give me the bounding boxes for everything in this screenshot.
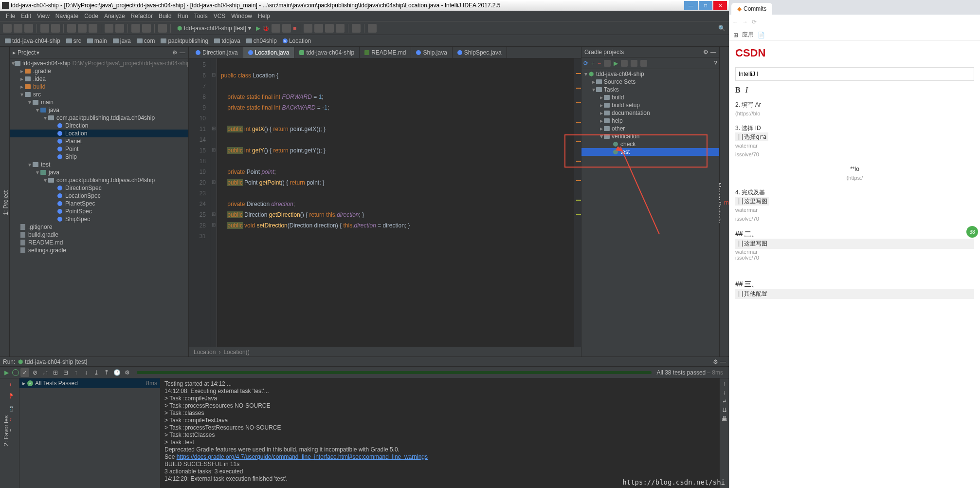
open-icon[interactable] bbox=[3, 24, 12, 33]
menu-help[interactable]: Help bbox=[255, 13, 273, 19]
tree-root[interactable]: tdd-java-ch04-ship bbox=[22, 60, 71, 67]
sort-icon[interactable]: ↓↑ bbox=[41, 368, 50, 377]
crumb-class[interactable]: Location bbox=[194, 349, 216, 356]
tree-class-ship[interactable]: Ship bbox=[65, 153, 77, 160]
apps-icon[interactable]: ⊞ bbox=[733, 32, 738, 38]
tree-gradle-dir[interactable]: .gradle bbox=[33, 68, 51, 75]
save-icon[interactable] bbox=[14, 24, 22, 33]
toggle-auto-icon[interactable] bbox=[12, 369, 19, 376]
bc-main[interactable]: main bbox=[85, 38, 109, 44]
menu-run[interactable]: Run bbox=[175, 13, 191, 19]
gradle-group-other[interactable]: other bbox=[612, 125, 625, 132]
menu-build[interactable]: Build bbox=[156, 13, 175, 19]
code-content[interactable]: public class Location { private static f… bbox=[217, 58, 574, 347]
bc-ch04[interactable]: ch04ship bbox=[244, 38, 279, 44]
tree-test-package[interactable]: com.packtpublishing.tddjava.ch04ship bbox=[56, 177, 155, 184]
history-icon[interactable]: 🕐 bbox=[112, 368, 121, 377]
gradle-group-build[interactable]: build bbox=[612, 94, 624, 101]
gradle-group-verification[interactable]: verification bbox=[612, 133, 639, 140]
browser-tab[interactable]: ◆Commits bbox=[731, 3, 772, 15]
tree-class-point[interactable]: Point bbox=[65, 146, 78, 152]
tree-class-planet[interactable]: Planet bbox=[65, 138, 82, 145]
close-button[interactable]: ✕ bbox=[713, 1, 727, 10]
debug-button[interactable]: 🐞 bbox=[262, 25, 270, 32]
expand-icon[interactable] bbox=[621, 60, 628, 67]
hide-icon[interactable]: — bbox=[710, 49, 716, 56]
undo-icon[interactable] bbox=[40, 24, 49, 33]
test-tree[interactable]: ▸ ✓ All Tests Passed 8ms bbox=[19, 378, 161, 488]
maximize-button[interactable]: □ bbox=[699, 1, 712, 10]
bc-java[interactable]: java bbox=[111, 38, 133, 44]
tree-class-direction[interactable]: Direction bbox=[65, 122, 88, 129]
bc-tddjava[interactable]: tddjava bbox=[212, 38, 242, 44]
bc-packt[interactable]: packtpublishing bbox=[159, 38, 210, 44]
test-tree-root[interactable]: ▸ ✓ All Tests Passed 8ms bbox=[19, 378, 160, 388]
export-icon[interactable]: ⤓ bbox=[92, 368, 101, 377]
prev-icon[interactable]: ↑ bbox=[72, 368, 80, 377]
sync-icon[interactable] bbox=[24, 24, 33, 33]
expand-all-icon[interactable]: ⊞ bbox=[51, 368, 60, 377]
up-icon[interactable]: ↑ bbox=[723, 380, 726, 387]
apps-label[interactable]: 应用 bbox=[742, 31, 754, 39]
settings-icon[interactable]: ⚙ bbox=[123, 368, 131, 377]
profile-icon[interactable] bbox=[282, 24, 291, 33]
project-dropdown-icon[interactable]: ▸ bbox=[13, 49, 16, 56]
run-button[interactable]: ▶ bbox=[256, 25, 260, 32]
tree-spec[interactable]: PointSpec bbox=[65, 208, 92, 215]
show-passed-icon[interactable]: ✓ bbox=[20, 368, 29, 377]
gradle-group-help[interactable]: help bbox=[612, 117, 623, 124]
favorites-tool-button[interactable]: 2: Favorites bbox=[3, 415, 10, 446]
show-ignored-icon[interactable]: ⊘ bbox=[31, 368, 39, 377]
settings-icon[interactable] bbox=[640, 60, 647, 67]
browser-body[interactable]: CSDN B I 2. 填写 Ar(https://blo 3. 选择 ID||… bbox=[729, 41, 980, 488]
minimize-button[interactable]: — bbox=[684, 1, 698, 10]
find-icon[interactable] bbox=[105, 24, 113, 33]
crumb-method[interactable]: Location() bbox=[223, 349, 249, 356]
run-config-dropdown[interactable]: ⬢ tdd-java-ch04-ship [test] ▾ bbox=[174, 25, 254, 32]
tree-java-dir[interactable]: java bbox=[49, 107, 59, 113]
back-icon[interactable]: ← bbox=[732, 19, 738, 25]
build-icon[interactable] bbox=[158, 24, 167, 33]
cut-icon[interactable] bbox=[67, 24, 76, 33]
vcs-commit-icon[interactable] bbox=[314, 24, 323, 33]
tree-build-dir[interactable]: build bbox=[33, 83, 45, 90]
import-icon[interactable]: ⤒ bbox=[102, 368, 111, 377]
structure-icon[interactable] bbox=[352, 24, 361, 33]
gradle-task-test[interactable]: test bbox=[620, 149, 630, 155]
tree-file[interactable]: README.md bbox=[28, 239, 63, 246]
tree-spec[interactable]: ShipSpec bbox=[65, 216, 90, 223]
forward-icon[interactable]: → bbox=[742, 19, 748, 25]
tree-class-location[interactable]: Location bbox=[65, 130, 87, 137]
tree-test-dir[interactable]: test bbox=[41, 161, 50, 168]
menu-code[interactable]: Code bbox=[81, 13, 101, 19]
attach-icon[interactable] bbox=[604, 60, 611, 67]
menu-file[interactable]: File bbox=[3, 13, 18, 19]
rerun-button[interactable]: ▶ bbox=[2, 368, 11, 377]
gear-icon[interactable]: ⚙ bbox=[172, 49, 178, 56]
menu-edit[interactable]: Edit bbox=[18, 13, 34, 19]
coverage-icon[interactable] bbox=[272, 24, 280, 33]
tree-src-dir[interactable]: src bbox=[33, 91, 41, 98]
bc-location[interactable]: cLocation bbox=[281, 38, 313, 44]
tree-file[interactable]: settings.gradle bbox=[28, 247, 66, 254]
gear-icon[interactable]: ⚙ bbox=[703, 49, 708, 56]
error-stripe[interactable] bbox=[574, 58, 581, 347]
warning-link[interactable]: https://docs.gradle.org/4.7/userguide/co… bbox=[177, 453, 428, 460]
scroll-icon[interactable]: ⇊ bbox=[722, 407, 727, 413]
tree-test-java-dir[interactable]: java bbox=[49, 169, 59, 176]
print-icon[interactable]: 🖶 bbox=[722, 415, 727, 422]
hide-icon[interactable]: — bbox=[720, 358, 726, 365]
menu-view[interactable]: View bbox=[34, 13, 53, 19]
tree-file[interactable]: .gitignore bbox=[28, 224, 52, 230]
italic-icon[interactable]: I bbox=[745, 86, 748, 94]
hide-icon[interactable]: — bbox=[180, 49, 185, 56]
status-badge[interactable]: 38 bbox=[966, 226, 978, 238]
vcs-update-icon[interactable] bbox=[304, 24, 312, 33]
tab-gradle-project[interactable]: tdd-java-ch04-ship bbox=[294, 47, 360, 58]
tree-spec[interactable]: PlanetSpec bbox=[65, 200, 95, 207]
tab-readme[interactable]: README.md bbox=[360, 47, 411, 58]
menu-analyze[interactable]: Analyze bbox=[101, 13, 128, 19]
redo-icon[interactable] bbox=[51, 24, 60, 33]
vcs-history-icon[interactable] bbox=[325, 24, 334, 33]
gradle-source-sets[interactable]: Source Sets bbox=[604, 78, 635, 85]
